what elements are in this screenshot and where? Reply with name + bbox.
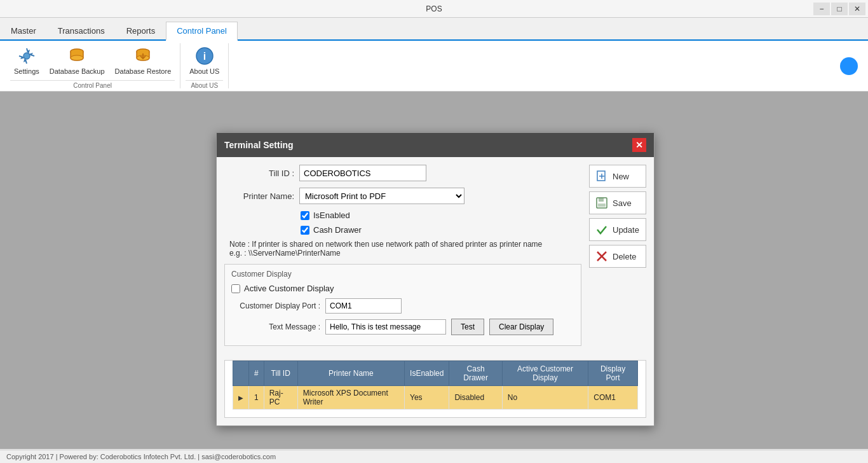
- gear-icon: [17, 46, 37, 66]
- is-enabled-row: IsEnabled: [224, 211, 581, 220]
- db-backup-ribbon-btn[interactable]: Database Backup: [46, 43, 109, 78]
- data-grid-container: # Till ID Printer Name IsEnabled Cash Dr…: [224, 360, 646, 418]
- tab-control-panel[interactable]: Control Panel: [166, 22, 238, 41]
- tab-reports[interactable]: Reports: [116, 22, 166, 39]
- till-id-row: Till ID :: [224, 165, 581, 181]
- customer-display-port-input[interactable]: [325, 298, 402, 314]
- ribbon-group-about: i About US About US: [180, 43, 229, 88]
- row-till-id: Raj-PC: [264, 386, 297, 410]
- about-ribbon-btn[interactable]: i About US: [186, 43, 223, 78]
- settings-ribbon-btn[interactable]: Settings: [10, 43, 43, 78]
- till-id-input[interactable]: [299, 165, 426, 181]
- save-label: Save: [613, 198, 632, 208]
- about-label: About US: [189, 67, 219, 75]
- note-text: Note : If printer is shared on network t…: [224, 240, 581, 258]
- is-enabled-checkbox[interactable]: [301, 211, 309, 220]
- about-group-title: About US: [186, 80, 223, 89]
- is-enabled-label: IsEnabled: [313, 211, 350, 220]
- modal-body: Till ID : Printer Name: Microsoft Print …: [217, 157, 654, 360]
- svg-rect-13: [598, 204, 606, 207]
- modal-actions: New Save: [589, 165, 646, 352]
- terminal-setting-modal: Terminal Setting ✕ Till ID : Printer Nam…: [216, 132, 654, 426]
- printer-name-select[interactable]: Microsoft Print to PDF Microsoft XPS Doc…: [299, 188, 465, 204]
- customer-display-group: Customer Display Active Customer Display…: [224, 264, 581, 346]
- customer-display-port-row: Customer Display Port :: [231, 298, 574, 314]
- window-close-button[interactable]: ✕: [849, 3, 865, 15]
- settings-label: Settings: [14, 67, 39, 75]
- db-backup-label: Database Backup: [50, 67, 105, 75]
- delete-button[interactable]: Delete: [589, 245, 646, 268]
- ribbon-group-control-panel: Settings Database Backup: [5, 43, 180, 88]
- delete-icon: [595, 249, 609, 263]
- new-button[interactable]: New: [589, 165, 646, 188]
- title-bar: POS − □ ✕: [0, 0, 868, 18]
- active-customer-display-checkbox[interactable]: [231, 284, 240, 293]
- db-restore-label: Database Restore: [115, 67, 172, 75]
- db-backup-icon: [67, 46, 87, 66]
- tab-bar: Master Transactions Reports Control Pane…: [0, 18, 868, 41]
- col-printer-name: Printer Name: [297, 361, 404, 386]
- clear-display-button[interactable]: Clear Display: [489, 319, 553, 335]
- col-active-customer-display: Active Customer Display: [502, 361, 588, 386]
- note-main: Note : If printer is shared on network t…: [229, 240, 542, 249]
- row-arrow: ▶: [233, 386, 249, 410]
- minimize-button[interactable]: −: [813, 3, 830, 15]
- window-controls: − □ ✕: [813, 3, 865, 15]
- row-printer-name: Microsoft XPS Document Writer: [297, 386, 404, 410]
- user-avatar: [840, 57, 858, 75]
- row-is-enabled: Yes: [405, 386, 449, 410]
- row-num: 1: [249, 386, 264, 410]
- ribbon-right: [840, 57, 863, 75]
- modal-header: Terminal Setting ✕: [217, 133, 654, 157]
- note-example: e.g. : \\ServerName\PrinterName: [229, 249, 341, 258]
- printer-name-row: Printer Name: Microsoft Print to PDF Mic…: [224, 188, 581, 204]
- maximize-button[interactable]: □: [831, 3, 848, 15]
- active-customer-display-label: Active Customer Display: [244, 284, 334, 293]
- app-title: POS: [426, 4, 442, 13]
- db-restore-icon: [133, 46, 153, 66]
- svg-point-1: [24, 53, 29, 59]
- new-icon: [595, 169, 609, 183]
- update-icon: [595, 223, 609, 237]
- tab-master[interactable]: Master: [0, 22, 47, 39]
- row-cash-drawer: Disabled: [449, 386, 502, 410]
- row-active-customer-display: No: [502, 386, 588, 410]
- cash-drawer-label: Cash Drawer: [313, 225, 362, 235]
- svg-text:i: i: [203, 51, 206, 62]
- col-cash-drawer: Cash Drawer: [449, 361, 502, 386]
- table-row[interactable]: ▶ 1 Raj-PC Microsoft XPS Document Writer…: [233, 386, 638, 410]
- ribbon: Settings Database Backup: [0, 41, 868, 92]
- till-id-label: Till ID :: [224, 169, 294, 178]
- footer: Copyright 2017 | Powered by: Coderobotic…: [0, 450, 868, 463]
- cash-drawer-row: Cash Drawer: [224, 225, 581, 235]
- col-is-enabled: IsEnabled: [405, 361, 449, 386]
- save-button[interactable]: Save: [589, 191, 646, 214]
- tab-transactions[interactable]: Transactions: [47, 22, 116, 39]
- grid-header-row: # Till ID Printer Name IsEnabled Cash Dr…: [233, 361, 638, 386]
- printer-name-label: Printer Name:: [224, 191, 294, 201]
- footer-text: Copyright 2017 | Powered by: Coderobotic…: [6, 453, 276, 460]
- col-arrow: [233, 361, 249, 386]
- update-button[interactable]: Update: [589, 218, 646, 241]
- modal-form: Till ID : Printer Name: Microsoft Print …: [224, 165, 581, 352]
- row-display-port: COM1: [588, 386, 638, 410]
- new-label: New: [613, 172, 629, 181]
- customer-display-title: Customer Display: [231, 270, 574, 279]
- text-message-row: Text Message : Test Clear Display: [231, 319, 574, 335]
- main-content: Terminal Setting ✕ Till ID : Printer Nam…: [0, 92, 868, 449]
- modal-title: Terminal Setting: [224, 140, 294, 150]
- text-message-label: Text Message :: [231, 322, 320, 331]
- control-panel-group-title: Control Panel: [10, 80, 175, 89]
- info-icon: i: [194, 46, 215, 66]
- col-till-id: Till ID: [264, 361, 297, 386]
- save-icon: [595, 196, 609, 210]
- customer-display-port-label: Customer Display Port :: [231, 301, 320, 310]
- update-label: Update: [613, 225, 639, 235]
- db-restore-ribbon-btn[interactable]: Database Restore: [111, 43, 175, 78]
- cash-drawer-checkbox[interactable]: [301, 226, 309, 235]
- data-grid: # Till ID Printer Name IsEnabled Cash Dr…: [233, 361, 638, 410]
- modal-close-button[interactable]: ✕: [632, 138, 646, 152]
- text-message-input[interactable]: [325, 319, 446, 335]
- test-button[interactable]: Test: [451, 319, 484, 335]
- active-customer-display-row: Active Customer Display: [231, 284, 574, 293]
